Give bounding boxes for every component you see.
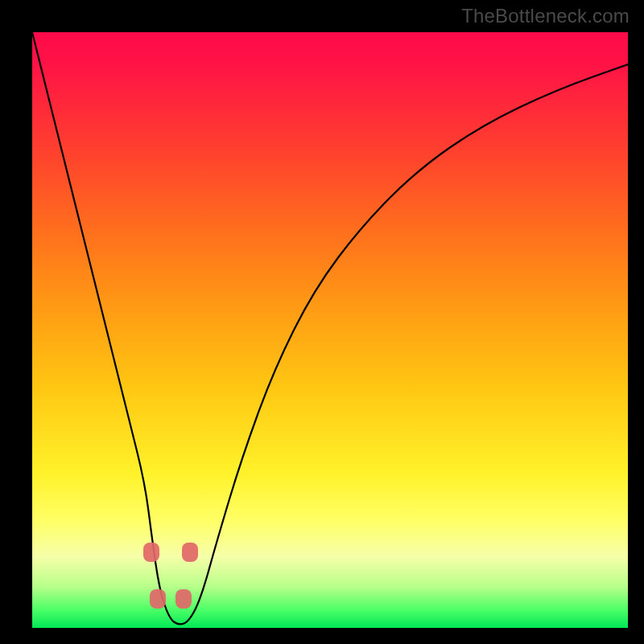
plot-area [32, 32, 628, 628]
curve-marker [150, 589, 166, 609]
chart-stage: TheBottleneck.com [0, 0, 644, 644]
curve-marker [182, 543, 198, 562]
curve-svg [32, 32, 628, 628]
watermark-text: TheBottleneck.com [461, 5, 630, 27]
bottleneck-curve [32, 32, 628, 624]
curve-marker [175, 589, 192, 609]
curve-marker [143, 543, 159, 562]
